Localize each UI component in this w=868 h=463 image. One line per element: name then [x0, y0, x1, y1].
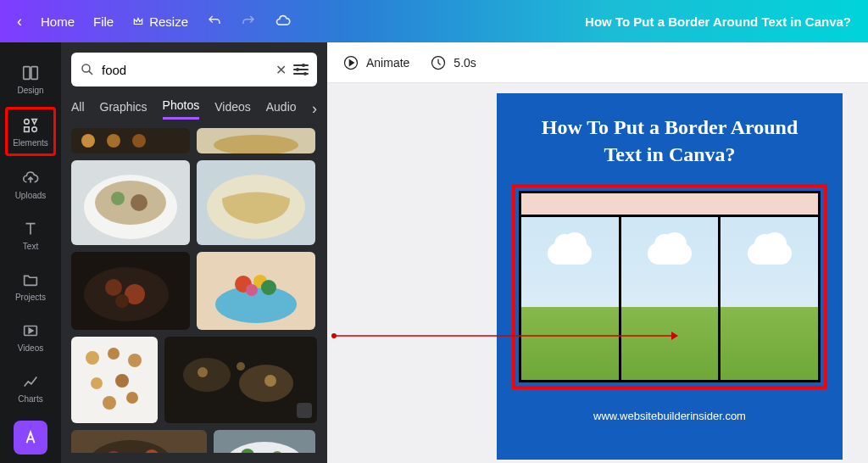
tab-videos[interactable]: Videos [214, 100, 251, 119]
tab-photos[interactable]: Photos [163, 98, 200, 120]
rail-charts[interactable]: Charts [5, 363, 56, 412]
photo-thumb[interactable] [197, 160, 315, 245]
photo-grid [71, 128, 317, 453]
search-input[interactable] [102, 63, 269, 77]
svg-rect-3 [25, 126, 30, 131]
rail-label: Design [17, 86, 43, 95]
canvas-area: Animate 5.0s How To Put a Border Around … [327, 42, 868, 463]
design-footer-text[interactable]: www.websitebuilderinsider.com [512, 410, 827, 422]
resize-label: Resize [149, 14, 188, 29]
svg-point-10 [132, 134, 146, 148]
photo-thumb[interactable] [71, 337, 158, 423]
collage-cell [619, 217, 719, 380]
svg-point-4 [32, 126, 37, 131]
tab-graphics[interactable]: Graphics [100, 100, 147, 119]
svg-point-33 [108, 348, 120, 360]
svg-point-17 [131, 194, 147, 211]
svg-point-6 [82, 64, 90, 72]
rail-label: Elements [13, 138, 48, 148]
annotation-arrow [332, 329, 678, 331]
left-rail: Design Elements Uploads Text Projects Vi… [0, 42, 61, 463]
svg-point-37 [103, 396, 116, 410]
photo-thumb[interactable] [164, 337, 317, 423]
panel-tabs: All Graphics Photos Videos Audio › [71, 98, 317, 120]
charts-icon [21, 372, 40, 391]
svg-point-44 [236, 362, 245, 371]
search-box[interactable]: ✕ [71, 53, 317, 86]
videos-icon [21, 321, 40, 340]
design-canvas[interactable]: How To Put a Border Around Text in Canva… [497, 93, 843, 460]
design-title-text[interactable]: How To Put a Border Around Text in Canva… [512, 114, 827, 169]
filter-icon[interactable] [293, 64, 309, 75]
font-icon [21, 428, 40, 447]
collage-cell [521, 217, 619, 380]
back-chevron-icon[interactable]: ‹ [17, 13, 22, 31]
rail-label: Charts [18, 394, 42, 404]
rail-elements[interactable]: Elements [5, 107, 56, 156]
document-title[interactable]: How To Put a Border Around Text in Canva… [585, 14, 851, 29]
photo-thumb[interactable] [197, 252, 315, 330]
rail-label: Videos [18, 343, 43, 353]
uploads-icon [21, 169, 40, 187]
collage-element[interactable] [519, 191, 821, 382]
clear-icon[interactable]: ✕ [275, 62, 287, 78]
projects-icon [21, 271, 40, 289]
photo-thumb[interactable] [71, 128, 190, 153]
svg-point-32 [86, 351, 99, 365]
rail-design[interactable]: Design [5, 54, 56, 103]
collage-header [521, 193, 818, 217]
rail-videos[interactable]: Videos [5, 312, 56, 361]
home-menu[interactable]: Home [41, 14, 75, 29]
undo-icon[interactable] [207, 14, 222, 29]
tab-audio[interactable]: Audio [266, 100, 297, 119]
animate-button[interactable]: Animate [342, 54, 409, 71]
design-icon [21, 64, 40, 82]
svg-point-34 [128, 354, 142, 367]
svg-point-43 [264, 375, 276, 387]
svg-point-24 [115, 294, 129, 308]
search-icon [80, 62, 95, 77]
svg-point-16 [111, 192, 125, 205]
rail-label: Text [23, 242, 38, 251]
photo-thumb[interactable] [71, 430, 207, 453]
file-menu[interactable]: File [93, 14, 114, 29]
svg-point-30 [246, 284, 258, 296]
rail-projects[interactable]: Projects [5, 261, 56, 310]
tab-all[interactable]: All [71, 100, 85, 119]
canvas-toolbar: Animate 5.0s [327, 42, 868, 83]
resize-menu[interactable]: Resize [132, 14, 188, 29]
svg-point-22 [105, 279, 122, 296]
svg-rect-0 [24, 66, 30, 79]
svg-point-8 [81, 134, 95, 148]
svg-point-38 [126, 392, 138, 404]
rail-text[interactable]: Text [5, 210, 56, 259]
collage-row [521, 217, 818, 380]
photo-thumb[interactable] [197, 128, 315, 153]
svg-point-35 [91, 377, 103, 389]
svg-point-59 [331, 333, 337, 338]
rail-uploads[interactable]: Uploads [5, 159, 56, 209]
main-layout: Design Elements Uploads Text Projects Vi… [0, 42, 868, 463]
animate-icon [342, 54, 359, 71]
rail-label: Projects [15, 293, 46, 302]
photo-thumb[interactable] [214, 430, 315, 453]
photo-thumb[interactable] [71, 252, 190, 330]
svg-marker-58 [671, 332, 678, 340]
cloud-sync-icon[interactable] [275, 13, 292, 30]
animate-label: Animate [366, 56, 409, 70]
svg-point-29 [261, 280, 276, 295]
svg-point-9 [107, 134, 120, 148]
svg-point-42 [198, 367, 208, 377]
rail-apps[interactable] [14, 421, 47, 455]
svg-rect-1 [31, 66, 37, 79]
clock-icon [430, 54, 447, 71]
rail-label: Uploads [15, 191, 47, 200]
svg-point-2 [25, 119, 30, 124]
search-row: ✕ [71, 53, 317, 86]
duration-button[interactable]: 5.0s [430, 54, 476, 71]
tabs-more-icon[interactable]: › [312, 100, 317, 118]
photo-thumb[interactable] [71, 160, 190, 245]
redo-icon[interactable] [241, 14, 256, 29]
collage-cell [718, 217, 818, 380]
app-header: ‹ Home File Resize How To Put a Border A… [0, 0, 868, 42]
